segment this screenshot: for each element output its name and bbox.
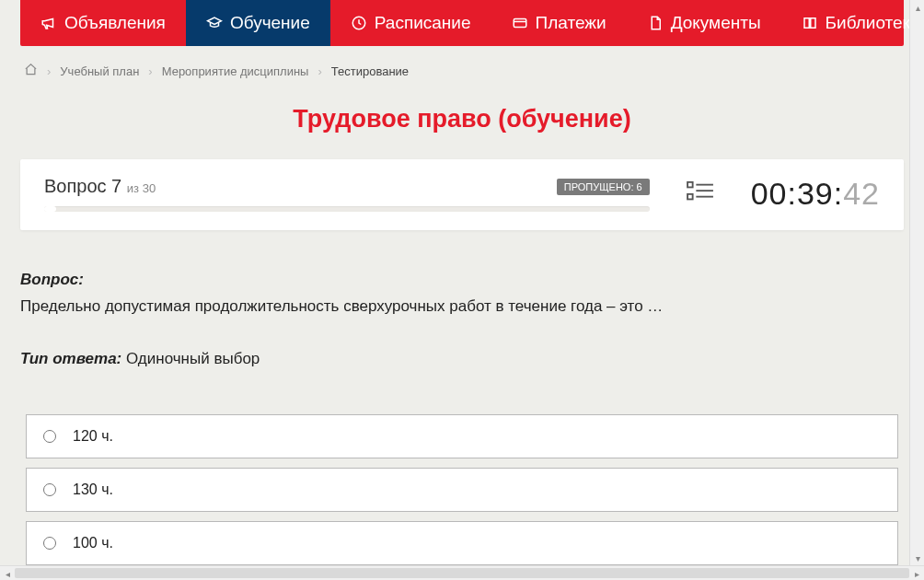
nav-schedule[interactable]: Расписание [330,0,491,46]
breadcrumb: › Учебный план › Мероприятие дисциплины … [24,63,900,79]
nav-label: Библиотека [826,13,920,33]
chevron-right-icon: › [148,64,152,78]
svg-rect-3 [687,193,693,199]
question-label: Вопрос: [20,271,904,289]
answer-text: 100 ч. [73,535,113,551]
nav-payments[interactable]: Платежи [491,0,627,46]
scroll-down-icon[interactable]: ▾ [910,551,924,565]
scroll-up-icon[interactable]: ▴ [910,0,924,15]
scroll-thumb[interactable] [15,568,909,578]
question-header-card: Вопрос 7 из 30 ПРОПУЩЕНО: 6 [20,159,904,230]
answer-option[interactable]: 130 ч. [26,468,898,512]
nav-announcements[interactable]: Объявления [20,0,186,46]
graduation-icon [206,15,223,31]
nav-label: Платежи [536,13,606,33]
nav-label: Расписание [375,13,471,33]
card-icon [512,15,528,31]
horizontal-scrollbar[interactable]: ◂ ▸ [0,565,924,580]
scroll-right-icon[interactable]: ▸ [909,566,924,580]
nav-label: Объявления [64,13,166,33]
answer-radio[interactable] [43,537,56,550]
question-list-icon[interactable] [687,180,714,208]
scroll-left-icon[interactable]: ◂ [0,566,15,580]
answer-text: 120 ч. [73,428,113,445]
vertical-scrollbar[interactable]: ▴ ▾ [909,0,924,565]
nav-documents[interactable]: Документы [627,0,781,46]
nav-learning[interactable]: Обучение [186,0,330,46]
progress-bar [44,206,650,212]
breadcrumb-current: Тестирование [331,64,409,78]
nav-library[interactable]: Библиотека [781,0,924,46]
main-nav: Объявления Обучение Расписание Платежи Д… [20,0,904,46]
breadcrumb-link[interactable]: Учебный план [60,64,139,78]
nav-label: Документы [671,13,761,33]
timer: 00:39:42 [751,176,880,212]
breadcrumb-link[interactable]: Мероприятие дисциплины [162,64,309,78]
doc-icon [647,15,664,31]
book-icon [802,15,818,31]
svg-rect-2 [687,181,693,187]
answer-option[interactable]: 100 ч. [26,521,898,565]
home-icon[interactable] [24,63,38,79]
answer-option[interactable]: 120 ч. [26,414,898,458]
answer-type: Тип ответа: Одиночный выбор [20,350,904,368]
megaphone-icon [40,15,57,31]
question-body: Вопрос: Предельно допустимая продолжител… [20,271,904,565]
skipped-badge: ПРОПУЩЕНО: 6 [557,179,650,195]
nav-label: Обучение [230,13,310,33]
answer-radio[interactable] [43,430,56,443]
page-title: Трудовое право (обучение) [20,105,904,133]
answer-radio[interactable] [43,483,56,496]
chevron-right-icon: › [318,64,321,78]
answer-list: 120 ч. 130 ч. 100 ч. [20,414,904,565]
svg-rect-1 [514,19,526,28]
clock-icon [351,15,367,31]
question-number: Вопрос 7 из 30 [44,176,156,197]
chevron-right-icon: › [47,64,51,78]
answer-text: 130 ч. [73,481,113,498]
question-text: Предельно допустимая продолжительность с… [20,295,904,319]
